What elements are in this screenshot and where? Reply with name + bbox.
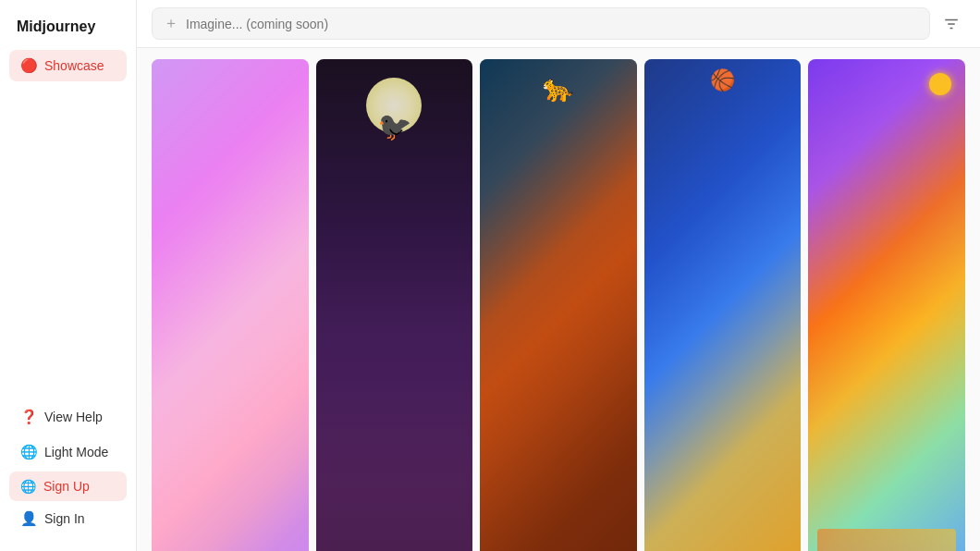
light-mode-label: Light Mode: [44, 445, 108, 459]
gallery-item-basketball[interactable]: 🏀: [644, 59, 802, 551]
app-title: Midjourney: [9, 15, 127, 50]
main-content: ＋ 🐦‍⬛: [137, 0, 980, 551]
signin-icon: 👤: [20, 510, 37, 527]
showcase-icon: 🔴: [20, 57, 37, 74]
gallery-item-bedroom[interactable]: [808, 59, 965, 551]
sidebar: Midjourney 🔴 Showcase ❓ View Help 🌐 Ligh…: [0, 0, 137, 551]
sidebar-item-sign-in[interactable]: 👤 Sign In: [9, 503, 127, 534]
gallery-item-raven[interactable]: 🐦‍⬛: [316, 59, 473, 551]
sidebar-item-view-help[interactable]: ❓ View Help: [9, 401, 127, 433]
gallery-grid: 🐦‍⬛ 🐆 🏀 👩‍💻: [152, 59, 965, 551]
plus-icon: ＋: [164, 14, 178, 33]
help-icon: ❓: [20, 409, 37, 425]
sign-up-button[interactable]: 🌐 Sign Up: [9, 471, 127, 501]
gallery-item-skeleton[interactable]: [152, 59, 309, 551]
signin-label: Sign In: [44, 511, 85, 526]
filter-button[interactable]: [937, 10, 965, 38]
light-mode-icon: 🌐: [20, 444, 37, 460]
sidebar-item-light-mode[interactable]: 🌐 Light Mode: [9, 436, 127, 468]
filter-icon: [943, 16, 960, 32]
signup-icon: 🌐: [20, 479, 36, 494]
gallery: 🐦‍⬛ 🐆 🏀 👩‍💻: [137, 48, 980, 551]
sidebar-item-showcase-label: Showcase: [44, 58, 104, 73]
sidebar-item-showcase[interactable]: 🔴 Showcase: [9, 50, 127, 81]
header: ＋: [137, 0, 980, 48]
gallery-item-cheetah[interactable]: 🐆: [480, 59, 637, 551]
view-help-label: View Help: [44, 410, 103, 424]
signup-label: Sign Up: [43, 479, 90, 494]
search-bar: ＋: [152, 7, 930, 40]
search-input[interactable]: [186, 17, 918, 31]
